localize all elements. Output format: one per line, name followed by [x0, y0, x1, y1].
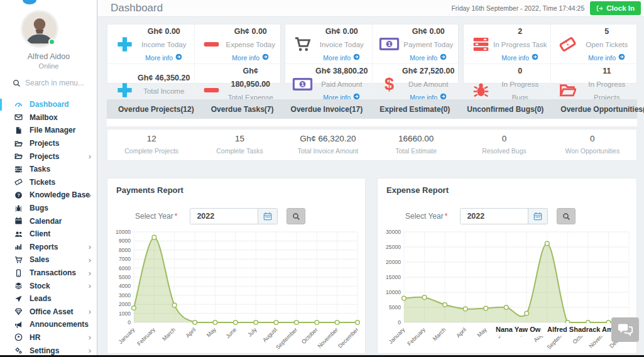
clock-in-button[interactable]: Clock In: [590, 1, 641, 15]
stat-paid-amount: 1 Gh¢ 38,800.20Paid AmountMore info: [285, 63, 372, 103]
svg-text:February: February: [406, 326, 427, 347]
svg-text:0: 0: [128, 319, 131, 326]
tab-overdue-tasks[interactable]: Overdue Tasks(7): [211, 105, 274, 114]
more-info-link[interactable]: More info: [323, 53, 360, 63]
cart-icon: [14, 256, 23, 264]
sidebar-item-client[interactable]: Client: [0, 228, 97, 241]
bug-icon: [14, 204, 23, 212]
search-icon: [292, 212, 300, 221]
layers-icon: [14, 282, 23, 290]
sidebar-item-projects-2[interactable]: Projects›: [0, 150, 97, 163]
sidebar-item-hr[interactable]: *HR›: [0, 331, 97, 344]
chevron-right-icon: ›: [89, 191, 91, 199]
paper-plane-icon: [14, 295, 23, 303]
sidebar-item-dashboard[interactable]: Dashboard: [0, 98, 97, 111]
payments-year-form: Select Year*: [107, 208, 365, 224]
menu-search-input[interactable]: [25, 79, 92, 87]
chevron-right-icon: ›: [89, 269, 91, 277]
online-status-dot: [48, 38, 55, 45]
summary-card: 12Complete Projects 15Complete Tasks Gh¢…: [107, 129, 637, 161]
tab-expired-estimate[interactable]: Expired Estimate(0): [379, 105, 450, 114]
svg-text:$: $: [385, 75, 394, 92]
arrow-circle-right-icon: [532, 53, 538, 63]
tab-overdue-invoice[interactable]: Overdue Invoice(17): [291, 105, 363, 114]
svg-text:20000: 20000: [386, 259, 401, 265]
dashboard-icon: [14, 101, 23, 109]
svg-text:2000: 2000: [119, 301, 131, 307]
plus-icon: [112, 36, 136, 53]
sidebar-item-stock[interactable]: Stock›: [0, 279, 97, 292]
asterisk-circle-icon: *: [14, 333, 23, 341]
tab-unconfirmed-bugs[interactable]: Unconfirmed Bugs(0): [467, 105, 543, 114]
expense-report-title: Expense Report: [378, 178, 636, 195]
sidebar-item-sales[interactable]: Sales›: [0, 253, 97, 266]
gem-icon: [14, 307, 23, 316]
stat-group-work: 2In Progress TaskMore info 5Open Tickets…: [463, 24, 637, 84]
sidebar-item-bugs[interactable]: Bugs: [0, 202, 97, 215]
stat-due-amount: $ Gh¢ 27,520.00Due AmountMore info: [372, 63, 459, 103]
more-info-link[interactable]: More info: [145, 53, 182, 63]
sidebar-item-announcements[interactable]: Announcements: [0, 318, 97, 331]
question-circle-icon: ?: [14, 191, 23, 199]
sidebar-item-mailbox[interactable]: Mailbox: [0, 111, 97, 124]
sidebar-item-reports[interactable]: Reports›: [0, 241, 97, 254]
svg-text:*: *: [18, 335, 20, 341]
arrow-circle-right-icon: [440, 53, 447, 63]
minus-icon: [200, 36, 224, 53]
tab-overdue-projects[interactable]: Overdue Projects(12): [118, 105, 194, 114]
sidebar-item-calendar[interactable]: Calendar: [0, 214, 97, 228]
arrow-circle-right-icon: [353, 53, 360, 63]
search-icon: [562, 212, 570, 221]
svg-text:3000: 3000: [119, 292, 131, 299]
gears-icon: [14, 346, 23, 354]
sidebar-item-transactions[interactable]: Transactions›: [0, 266, 97, 280]
calendar-picker-button[interactable]: [258, 209, 277, 224]
sidebar-item-tickets[interactable]: Tickets: [0, 176, 97, 189]
summary-total-estimate: 16660.00Total Estimate: [372, 129, 460, 160]
sidebar-item-knowledge-base[interactable]: ?Knowledge Base›: [0, 189, 97, 202]
svg-text:6000: 6000: [119, 265, 131, 272]
svg-text:November: November: [317, 326, 339, 349]
more-info-link[interactable]: More info: [410, 53, 447, 63]
envelope-icon: [14, 113, 23, 121]
more-info-link[interactable]: More info: [588, 53, 625, 63]
summary-complete-tasks: 15Complete Tasks: [195, 129, 283, 160]
sidebar-item-projects[interactable]: Projects: [0, 137, 97, 150]
arrow-circle-right-icon: [618, 53, 625, 63]
sidebar-item-file-manager[interactable]: File Manager: [0, 124, 97, 137]
arrow-circle-right-icon: [262, 53, 269, 63]
dashboard-page: Alfred Aidoo Online Dashboard Mailbox Fi…: [0, 0, 644, 357]
payments-search-button[interactable]: [287, 208, 305, 224]
svg-text:March: March: [161, 326, 177, 342]
payments-year-input[interactable]: [190, 209, 258, 224]
page-title: Dashboard: [111, 2, 163, 14]
megaphone-icon: [14, 321, 23, 329]
chevron-right-icon: ›: [89, 282, 91, 290]
mobile-icon: [14, 269, 23, 277]
datetime-text: Friday 16th September - 2022, Time 17:44…: [451, 4, 584, 12]
sidebar-item-leads[interactable]: Leads: [0, 292, 97, 305]
plus-icon: [112, 82, 136, 99]
chat-widget-button[interactable]: [611, 317, 639, 342]
tasks-icon: [14, 165, 23, 173]
more-info-link[interactable]: More info: [232, 53, 269, 63]
sidebar-item-tasks[interactable]: Tasks: [0, 163, 97, 176]
chevron-right-icon: ›: [89, 307, 91, 316]
svg-text:8000: 8000: [119, 247, 131, 253]
svg-text:February: February: [136, 326, 156, 347]
svg-text:?: ?: [17, 192, 20, 198]
money-bill-icon: 1: [378, 37, 401, 51]
stat-in-progress-task: 2In Progress TaskMore info: [464, 25, 550, 63]
svg-text:December: December: [337, 326, 359, 349]
tab-overdue-opportunities[interactable]: Overdue Opportunities(0): [560, 105, 644, 114]
svg-text:April: April: [185, 326, 197, 339]
payments-chart: 0100020003000400050006000700080009000100…: [107, 227, 365, 353]
more-info-link[interactable]: More info: [501, 53, 538, 63]
svg-text:May: May: [476, 326, 488, 338]
calendar-icon: [533, 212, 542, 221]
expense-search-button[interactable]: [557, 208, 576, 224]
expense-year-input[interactable]: [461, 209, 528, 224]
calendar-picker-button[interactable]: [528, 209, 547, 224]
sidebar-item-office-asset[interactable]: Office Asset›: [0, 305, 97, 319]
stat-group-money-1: Gh¢ 0.00Income TodayMore info Gh¢ 0.00Ex…: [107, 24, 281, 84]
